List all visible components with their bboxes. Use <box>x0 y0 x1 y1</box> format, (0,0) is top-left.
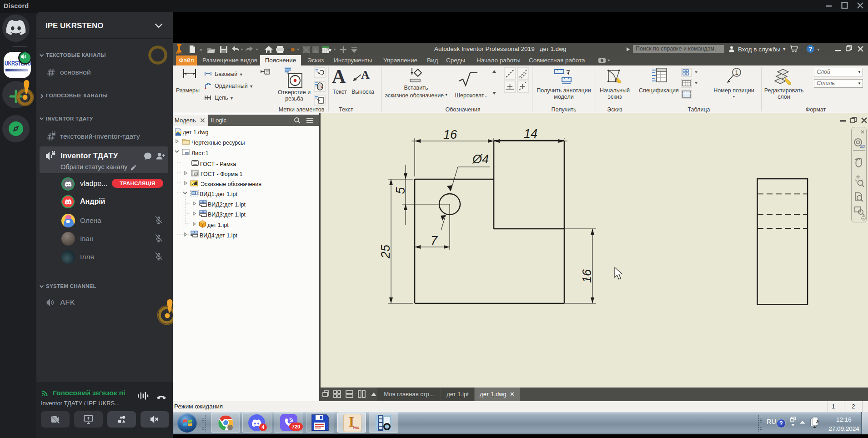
svg-text:16: 16 <box>580 269 594 283</box>
svg-text:PRO: PRO <box>176 52 182 55</box>
svg-text:2D: 2D <box>859 144 865 149</box>
svg-text:16: 16 <box>443 128 457 141</box>
svg-text:Ø4: Ø4 <box>472 152 489 166</box>
svg-text:5: 5 <box>394 187 407 194</box>
svg-text:14: 14 <box>524 127 537 141</box>
svg-text:1: 1 <box>735 69 738 76</box>
svg-text:25: 25 <box>379 244 392 259</box>
svg-text:7: 7 <box>431 234 438 247</box>
